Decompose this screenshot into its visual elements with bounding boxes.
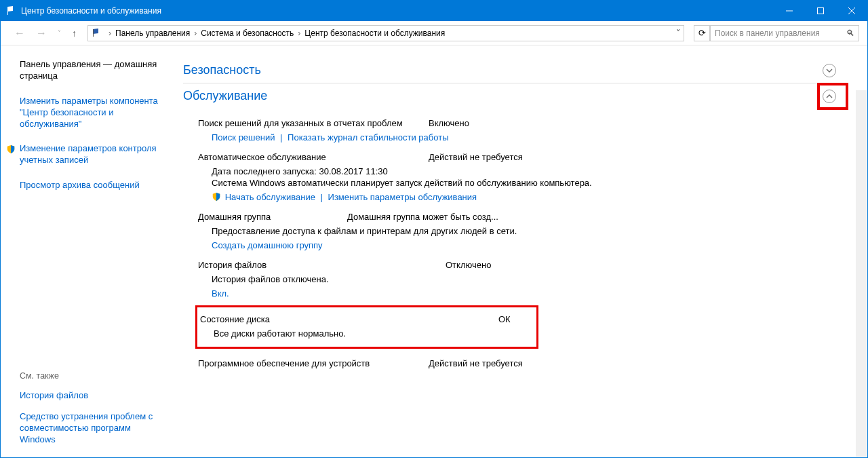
main-content: Безопасность Обслуживание Поиск решений …	[167, 45, 867, 378]
refresh-button[interactable]: ⟳	[694, 25, 710, 41]
close-button[interactable]	[836, 1, 867, 21]
shield-icon	[212, 192, 221, 202]
file-history-label: История файлов	[198, 260, 446, 270]
svg-rect-5	[93, 29, 94, 37]
maintenance-body: Поиск решений для указанных в отчетах пр…	[183, 109, 840, 371]
disk-status-detail: Все диски работают нормально.	[197, 328, 536, 339]
maximize-button[interactable]	[805, 1, 836, 21]
auto-maint-label: Автоматическое обслуживание	[198, 152, 429, 162]
sidebar-home[interactable]: Панель управления — домашняя страница	[20, 59, 159, 82]
up-button[interactable]: ↑	[66, 28, 82, 39]
see-also-compat-troubleshooter[interactable]: Средство устранения проблем с совместимо…	[20, 411, 159, 446]
forward-button[interactable]: →	[31, 27, 52, 39]
svg-rect-0	[7, 7, 8, 15]
device-software-status: Действий не требуется	[429, 358, 523, 368]
window-controls	[774, 1, 867, 21]
device-software-label: Программное обеспечение для устройств	[198, 358, 429, 368]
auto-maint-status: Действий не требуется	[429, 152, 523, 162]
titlebar: Центр безопасности и обслуживания	[1, 1, 867, 21]
sidebar-change-settings[interactable]: Изменить параметры компонента "Центр без…	[20, 96, 159, 130]
reliability-report-link[interactable]: Показать журнал стабильности работы	[288, 132, 448, 142]
security-title: Безопасность	[183, 63, 823, 77]
see-also-file-history[interactable]: История файлов	[20, 390, 159, 402]
chevron-right-icon: ›	[104, 28, 115, 38]
file-history-enable-link[interactable]: Вкл.	[212, 288, 229, 299]
search-icon: 🔍︎	[846, 28, 854, 38]
breadcrumb-category[interactable]: Система и безопасность	[201, 28, 294, 38]
find-solutions-link[interactable]: Поиск решений	[212, 132, 275, 142]
highlight-annotation	[817, 83, 848, 110]
security-section-header[interactable]: Безопасность	[183, 58, 840, 83]
address-bar[interactable]: › Панель управления › Система и безопасн…	[87, 25, 684, 41]
chevron-down-icon[interactable]: ˅	[676, 28, 681, 38]
back-button[interactable]: ←	[9, 27, 31, 39]
file-history-detail: История файлов отключена.	[198, 274, 840, 284]
svg-rect-2	[818, 8, 824, 14]
flag-icon	[91, 28, 102, 39]
expand-security-button[interactable]	[823, 64, 836, 77]
maintenance-title: Обслуживание	[183, 89, 823, 103]
file-history-status: Отключено	[446, 260, 491, 270]
search-input[interactable]: Поиск в панели управления 🔍︎	[710, 25, 859, 41]
minimize-button[interactable]	[774, 1, 805, 21]
search-placeholder: Поиск в панели управления	[715, 28, 820, 38]
highlight-annotation: Состояние диска ОК Все диски работают но…	[195, 305, 538, 349]
window-title: Центр безопасности и обслуживания	[21, 6, 774, 16]
breadcrumb-page[interactable]: Центр безопасности и обслуживания	[304, 28, 445, 38]
homegroup-status: Домашняя группа может быть созд...	[347, 212, 498, 222]
disk-status-value: ОК	[498, 314, 511, 324]
history-dropdown[interactable]: ˅	[52, 29, 66, 37]
disk-status-label: Состояние диска	[200, 314, 498, 324]
change-maint-settings-link[interactable]: Изменить параметры обслуживания	[328, 192, 477, 202]
see-also-title: См. также	[20, 371, 159, 381]
toolbar: ← → ˅ ↑ › Панель управления › Система и …	[1, 21, 867, 45]
chevron-right-icon: ›	[294, 28, 304, 38]
sidebar: Панель управления — домашняя страница Из…	[1, 45, 167, 457]
auto-maint-detail2: Система Windows автоматически планирует …	[198, 178, 840, 188]
sidebar-view-archive[interactable]: Просмотр архива сообщений	[20, 180, 159, 191]
create-homegroup-link[interactable]: Создать домашнюю группу	[212, 240, 323, 250]
problem-reports-label: Поиск решений для указанных в отчетах пр…	[198, 118, 429, 128]
chevron-right-icon: ›	[190, 28, 201, 38]
maintenance-section-header[interactable]: Обслуживание	[183, 83, 840, 109]
sidebar-uac-settings[interactable]: Изменение параметров контроля учетных за…	[7, 143, 159, 166]
auto-maint-detail1: Дата последнего запуска: 30.08.2017 11:3…	[198, 166, 840, 176]
breadcrumb-root[interactable]: Панель управления	[115, 28, 190, 38]
start-maintenance-link[interactable]: Начать обслуживание	[225, 192, 315, 202]
scrollbar[interactable]	[856, 90, 867, 457]
problem-reports-status: Включено	[429, 118, 469, 128]
homegroup-detail: Предоставление доступа к файлам и принте…	[198, 226, 840, 236]
homegroup-label: Домашняя группа	[198, 212, 347, 222]
shield-icon	[6, 145, 16, 154]
flag-icon	[6, 5, 17, 16]
